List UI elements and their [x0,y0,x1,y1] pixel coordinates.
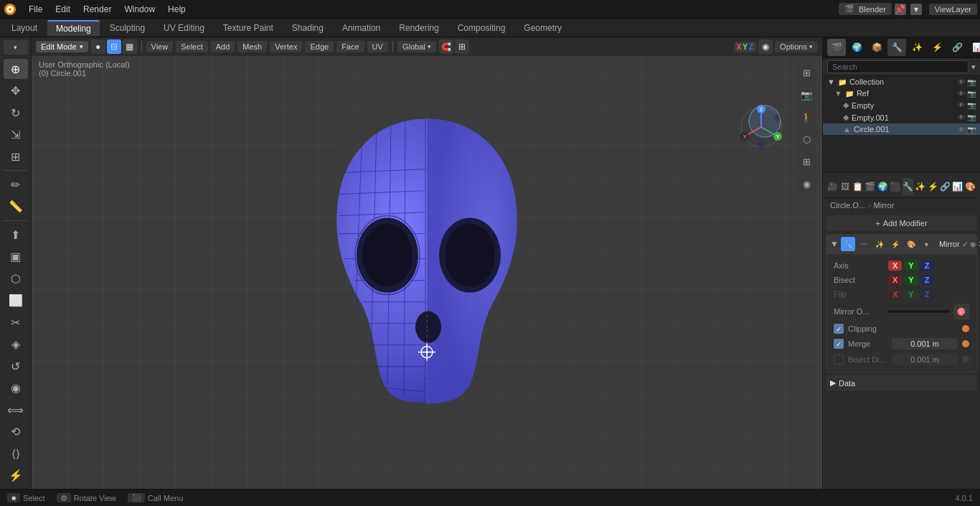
mod-close-btn[interactable]: ✕ [978,238,980,250]
bisect-dist-checkbox[interactable] [834,355,844,365]
panel-icon-scene[interactable]: 🎬 [827,39,846,56]
empty001-hide-icon[interactable]: 👁 [958,113,965,121]
tab-animation[interactable]: Animation [334,21,389,35]
zoom-extents-btn[interactable]: ⊞ [796,62,816,83]
props-modifier-icon[interactable]: 🔧 [903,178,913,195]
bisect-dist-value[interactable]: 0.001 m [892,354,958,365]
tool-bevel[interactable]: ⬡ [4,268,28,289]
outliner-item-circle001[interactable]: ▲ Circle.001 👁 📷 [823,123,980,135]
tool-extrude[interactable]: ⬆ [4,225,28,245]
tab-geometry[interactable]: Geometry [515,21,570,35]
axis-x-btn[interactable]: X [888,261,902,271]
xyz-display[interactable]: X Y Z [734,42,756,52]
props-physics-icon[interactable]: ⚡ [927,178,938,195]
tool-poly-build[interactable]: ◈ [4,334,28,355]
camera-view-btn[interactable]: 📷 [796,85,816,105]
vp-vertex[interactable]: Vertex [270,41,302,52]
axis-y-btn[interactable]: Y [904,261,918,271]
vp-face[interactable]: Face [336,41,364,52]
bisect-dist-dot[interactable] [962,356,969,363]
menu-render[interactable]: Render [77,3,117,16]
props-render-icon[interactable]: 🎥 [827,178,838,195]
props-constraints-icon[interactable]: 🔗 [940,178,951,195]
mod-more-icon[interactable]: ▾ [920,237,934,251]
props-output-icon[interactable]: 🖼 [839,178,850,195]
overlay-icon[interactable]: ◉ [758,39,773,54]
snap-align-icon[interactable]: ⊞ [455,39,469,54]
tab-modeling[interactable]: Modeling [47,20,100,36]
vp-view[interactable]: View [146,41,174,52]
props-material-icon[interactable]: 🎨 [965,178,976,195]
grid-btn[interactable]: ⊞ [796,151,816,172]
scene-pin[interactable]: 📌 [895,4,906,15]
circle001-hide-icon[interactable]: 👁 [958,126,965,133]
flip-z-btn[interactable]: Z [920,289,934,299]
edit-mode-selector[interactable]: Edit Mode ▾ [36,41,88,52]
empty001-render-icon[interactable]: 📷 [967,113,976,121]
vp-edge[interactable]: Edge [305,41,334,52]
outliner-search[interactable] [827,60,969,73]
mirror-obj-pick-btn[interactable]: 🎯 [953,304,969,319]
bisect-z-btn[interactable]: Z [920,275,934,285]
tab-uv-editing[interactable]: UV Editing [155,21,213,35]
tool-measure[interactable]: 📏 [4,197,28,217]
merge-value[interactable]: 0.001 m [892,338,958,350]
bisect-x-btn[interactable]: X [888,275,902,285]
panel-icon-world[interactable]: 🌍 [847,39,866,56]
tool-shear[interactable]: ⟨⟩ [4,444,28,464]
tool-knife[interactable]: ✂ [4,312,28,332]
mod-duplicate-btn[interactable]: ⊕ [970,237,976,251]
tool-cursor[interactable]: ⊕ [4,59,28,79]
walk-nav-btn[interactable]: 🚶 [796,107,816,127]
panel-icon-object[interactable]: 📦 [867,39,886,56]
tool-spin[interactable]: ↺ [4,356,28,376]
panel-icon-physics[interactable]: ⚡ [928,39,946,56]
face-mode-icon[interactable]: ▦ [123,39,137,54]
tool-shrink[interactable]: ⟲ [4,421,28,441]
props-data-icon[interactable]: 📊 [952,178,963,195]
tab-layout[interactable]: Layout [3,21,46,35]
vp-select[interactable]: Select [176,41,208,52]
axis-z-btn[interactable]: Z [920,261,934,271]
outliner-item-empty001[interactable]: ◆ Empty.001 👁 📷 [823,111,980,123]
menu-help[interactable]: Help [162,3,192,16]
panel-icon-particles[interactable]: ✨ [908,39,926,56]
add-modifier-btn[interactable]: + Add Modifier [826,215,977,231]
options-selector[interactable]: Options ▾ [775,41,818,52]
filter-icon[interactable]: ▾ [971,62,976,72]
panel-icon-constraints[interactable]: 🔗 [948,39,966,56]
mod-apply-btn[interactable]: ✓ [962,237,968,251]
outliner-item-empty[interactable]: ◆ Empty 👁 📷 [823,99,980,111]
scene-menu[interactable]: ▾ [910,4,922,15]
mod-wrench-icon[interactable]: 🔧 [841,237,855,251]
global-selector[interactable]: Global ▾ [397,41,436,52]
merge-dot[interactable] [962,340,969,347]
clipping-dot[interactable] [962,325,969,332]
edge-mode-icon[interactable]: ⊟ [107,39,121,54]
tool-scale[interactable]: ⇲ [4,124,28,144]
props-particles-icon[interactable]: ✨ [915,178,925,195]
bisect-y-btn[interactable]: Y [904,275,918,285]
panel-icon-data[interactable]: 📊 [968,39,980,56]
vp-uv[interactable]: UV [367,41,388,52]
tool-rip[interactable]: ⚡ [4,465,28,485]
merge-checkbox[interactable] [834,339,844,349]
ref-render-icon[interactable]: 📷 [967,90,976,98]
ref-hide-icon[interactable]: 👁 [958,90,965,98]
tab-shading[interactable]: Shading [283,21,332,35]
props-scene-icon[interactable]: 🎬 [864,178,875,195]
vertex-mode-icon[interactable]: ● [91,39,105,54]
tab-compositing[interactable]: Compositing [449,21,514,35]
circle001-render-icon[interactable]: 📷 [967,126,976,133]
tab-sculpting[interactable]: Sculpting [101,21,154,35]
mod-deform-icon[interactable]: 〰 [857,237,871,251]
empty-hide-icon[interactable]: 👁 [958,101,965,109]
props-world-icon[interactable]: 🌍 [877,178,888,195]
tool-edge-slide[interactable]: ⟺ [4,400,28,420]
tool-transform[interactable]: ⊞ [4,146,28,167]
collection-render-icon[interactable]: 📷 [967,78,976,86]
outliner-item-collection[interactable]: ▼ 📁 Collection 👁 📷 [823,76,980,88]
mod-physics-icon[interactable]: ⚡ [888,237,903,251]
mode-selector[interactable]: ▾ [4,40,28,55]
view-perspective-btn[interactable]: ⬡ [796,129,816,149]
